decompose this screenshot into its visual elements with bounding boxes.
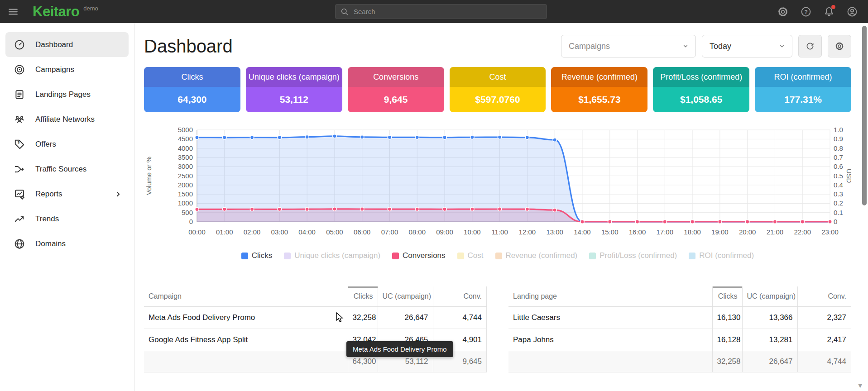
refresh-button[interactable] <box>798 35 822 57</box>
legend-item-cost[interactable]: Cost <box>457 251 484 260</box>
sidebar-item-label: Landings Pages <box>35 90 91 99</box>
legend-item-conversions[interactable]: Conversions <box>392 251 446 260</box>
svg-text:15:00: 15:00 <box>601 228 619 236</box>
row-uc: 26,647 <box>378 307 433 329</box>
row-uc: 13,281 <box>742 329 797 351</box>
sidebar-item-reports[interactable]: Reports <box>5 181 129 206</box>
legend-label: ROI (confirmed) <box>699 251 754 260</box>
svg-text:01:00: 01:00 <box>216 228 233 236</box>
column-header-conv-[interactable]: Conv. <box>797 286 851 307</box>
date-range-value: Today <box>710 42 731 51</box>
app-logo[interactable]: Keitaro <box>33 4 79 20</box>
column-header-clicks[interactable]: Clicks <box>348 286 378 307</box>
scroll-down-arrow[interactable]: ▼ <box>857 381 863 389</box>
settings-button[interactable] <box>777 6 789 18</box>
row-clicks: 32,258 <box>348 307 378 329</box>
summary-table: Landing pageClicksUC (campaign)Conv. Lit… <box>508 286 851 372</box>
column-header-name[interactable]: Campaign <box>144 286 348 307</box>
row-tooltip: Meta Ads Food Delivery Promo <box>346 341 453 357</box>
legend-item-unique-clicks-campaign-[interactable]: Unique clicks (campaign) <box>284 251 380 260</box>
svg-text:0.5: 0.5 <box>834 172 843 180</box>
menu-button[interactable] <box>3 0 24 23</box>
svg-text:0.4: 0.4 <box>834 181 843 189</box>
target-icon <box>14 64 25 76</box>
help-button[interactable]: ? <box>800 6 812 18</box>
sidebar-item-traffic-sources[interactable]: Traffic Sources <box>5 157 129 181</box>
stat-card-profit-loss-confirmed-: Profit/Loss (confirmed) $1,058.65 <box>653 67 749 112</box>
svg-text:5000: 5000 <box>178 126 193 134</box>
refresh-icon <box>805 41 815 51</box>
svg-text:0.7: 0.7 <box>834 153 843 161</box>
table-row[interactable]: Papa Johns 16,128 13,281 2,417 <box>508 329 851 351</box>
svg-text:23:00: 23:00 <box>821 228 839 236</box>
topbar: Keitaro demo ? <box>0 0 868 23</box>
menu-icon <box>7 6 19 18</box>
svg-text:21:00: 21:00 <box>767 228 784 236</box>
account-button[interactable] <box>846 6 858 18</box>
search-input[interactable] <box>354 8 542 15</box>
svg-text:0.2: 0.2 <box>834 199 843 207</box>
legend-item-roi-confirmed-[interactable]: ROI (confirmed) <box>689 251 754 260</box>
traffic-chart[interactable]: 0500100015002000250030003500400045005000… <box>144 125 851 244</box>
sort-indicator <box>348 286 378 288</box>
sort-indicator <box>713 286 742 288</box>
svg-text:17:00: 17:00 <box>657 228 674 236</box>
legend-swatch <box>589 253 596 259</box>
stat-card-value: $1,655.73 <box>551 87 647 112</box>
sidebar-item-dashboard[interactable]: Dashboard <box>5 32 129 57</box>
sidebar-item-landings-pages[interactable]: Landings Pages <box>5 82 129 107</box>
dashboard-settings-button[interactable] <box>828 35 851 57</box>
svg-text:0.1: 0.1 <box>834 209 843 216</box>
topbar-icons: ? <box>777 0 858 23</box>
svg-text:16:00: 16:00 <box>629 228 646 236</box>
date-range-select[interactable]: Today <box>702 35 792 57</box>
svg-text:0.8: 0.8 <box>834 144 843 152</box>
campaigns-filter-select[interactable]: Campaigns <box>561 35 696 57</box>
sidebar-item-campaigns[interactable]: Campaigns <box>5 57 129 82</box>
settings-icon <box>777 6 789 18</box>
svg-text:1500: 1500 <box>178 190 193 198</box>
svg-text:0: 0 <box>834 218 837 225</box>
table-row[interactable]: Little Caesars 16,130 13,366 2,327 <box>508 307 851 329</box>
sidebar-item-affiliate-networks[interactable]: Affiliate Networks <box>5 107 129 132</box>
column-header-conv-[interactable]: Conv. <box>433 286 487 307</box>
svg-text:05:00: 05:00 <box>326 228 343 236</box>
legend-label: Clicks <box>252 251 272 260</box>
legend-label: Unique clicks (campaign) <box>294 251 380 260</box>
sidebar-item-offers[interactable]: $ Offers <box>5 132 129 157</box>
svg-text:12:00: 12:00 <box>519 228 536 236</box>
gauge-icon <box>14 39 25 51</box>
column-header-clicks[interactable]: Clicks <box>712 286 742 307</box>
legend-item-revenue-confirmed-[interactable]: Revenue (confirmed) <box>495 251 578 260</box>
legend-swatch <box>457 253 464 259</box>
legend-item-clicks[interactable]: Clicks <box>241 251 272 260</box>
account-icon <box>846 6 858 18</box>
svg-text:02:00: 02:00 <box>244 228 261 236</box>
vertical-scrollbar[interactable] <box>862 26 867 205</box>
chart-legend: Clicks Unique clicks (campaign) Conversi… <box>144 251 851 260</box>
row-name: Papa Johns <box>508 329 712 351</box>
svg-text:2000: 2000 <box>178 181 193 189</box>
sidebar-item-label: Reports <box>35 190 62 199</box>
svg-text:20:00: 20:00 <box>739 228 756 236</box>
sidebar-item-domains[interactable]: Domains <box>5 231 129 256</box>
svg-text:3500: 3500 <box>178 153 193 161</box>
landing-pages-table: Landing pageClicksUC (campaign)Conv. Lit… <box>508 286 851 372</box>
svg-text:04:00: 04:00 <box>298 228 316 236</box>
table-row[interactable]: Meta Ads Food Delivery Promo 32,258 26,6… <box>144 307 487 329</box>
column-header-uc-campaign-[interactable]: UC (campaign) <box>378 286 433 307</box>
logo-badge: demo <box>83 5 98 12</box>
search-box[interactable] <box>335 4 547 19</box>
column-header-name[interactable]: Landing page <box>508 286 712 307</box>
legend-item-profit-loss-confirmed-[interactable]: Profit/Loss (confirmed) <box>589 251 677 260</box>
sidebar-item-trends[interactable]: Trends <box>5 206 129 231</box>
stat-card-roi-confirmed-: ROI (confirmed) 177.31% <box>755 67 851 112</box>
svg-text:4000: 4000 <box>178 144 193 152</box>
column-header-uc-campaign-[interactable]: UC (campaign) <box>742 286 797 307</box>
stat-cards: Clicks 64,300 Unique clicks (campaign) 5… <box>144 67 851 112</box>
notifications-button[interactable] <box>823 6 835 18</box>
svg-text:08:00: 08:00 <box>408 228 426 236</box>
legend-swatch <box>495 253 502 259</box>
stat-card-unique-clicks-campaign-: Unique clicks (campaign) 53,112 <box>246 67 342 112</box>
row-clicks: 16,128 <box>712 329 742 351</box>
